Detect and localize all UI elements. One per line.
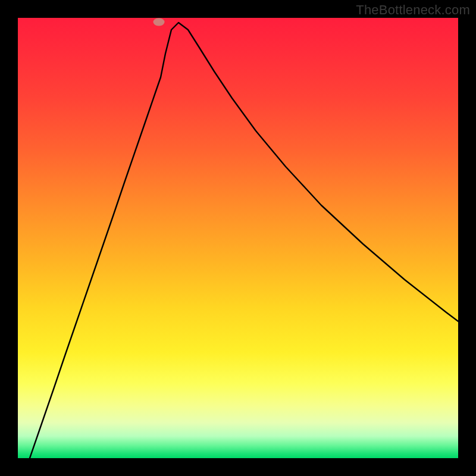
bottleneck-curve xyxy=(18,18,458,458)
chart-stage: TheBottleneck.com xyxy=(0,0,476,476)
optimal-point-marker xyxy=(154,18,165,26)
watermark-label: TheBottleneck.com xyxy=(356,2,470,18)
plot-area xyxy=(18,18,458,458)
